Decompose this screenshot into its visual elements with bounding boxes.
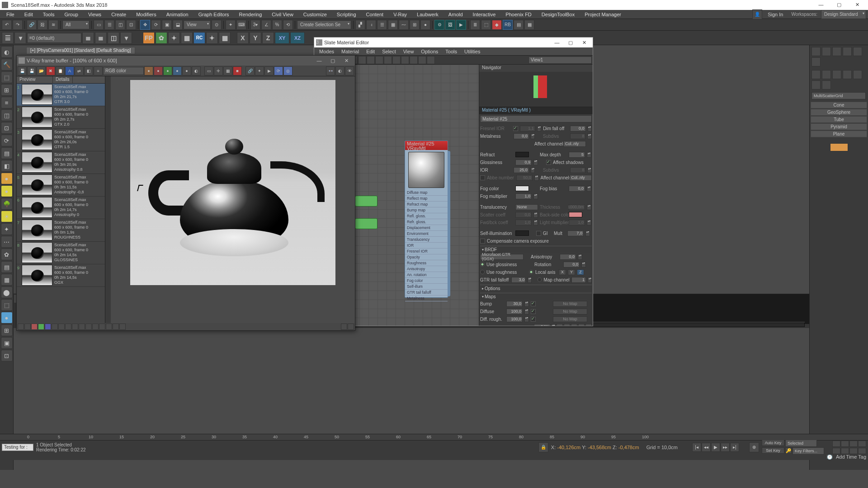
fresnel-ior-spinner[interactable]: 1,1 <box>520 126 535 131</box>
close-button[interactable]: ✕ <box>848 0 866 9</box>
display-tab[interactable] <box>853 47 862 56</box>
dimfalloff-spinner[interactable]: 0,0 <box>570 126 585 131</box>
vfb-sb-10[interactable] <box>79 324 85 330</box>
object-color-swatch[interactable] <box>830 143 848 151</box>
left-icon-20[interactable]: ⬤ <box>1 286 13 298</box>
sme-menu-utilities[interactable]: Utilities <box>461 48 483 55</box>
spinner-arrows[interactable]: ▴▾ <box>537 126 541 131</box>
node-map-1[interactable] <box>355 196 377 206</box>
keyfilters-button[interactable]: Key Filters... <box>793 447 824 455</box>
history-row[interactable]: 2Scena18Self.max600 x 600, frame 00h 2m … <box>17 106 105 129</box>
menu-file[interactable]: File <box>2 11 19 18</box>
nav-1[interactable] <box>832 441 840 447</box>
addtimetag[interactable]: Add Time Tag <box>836 454 866 460</box>
affectch-dropdown[interactable]: Col..nly <box>563 141 586 147</box>
lights-icon[interactable] <box>832 70 841 79</box>
vfb-sb-8[interactable] <box>65 324 71 330</box>
manipulate-button[interactable]: ✦ <box>226 20 236 30</box>
prim-pyramid[interactable]: Pyramid <box>811 123 867 130</box>
node-slot[interactable]: Reflect map <box>405 196 448 202</box>
bind-button[interactable]: ≋ <box>48 20 58 30</box>
sme-menu-material[interactable]: Material <box>338 48 362 55</box>
prim-cone[interactable]: Cone <box>811 102 867 108</box>
gtrtail-spinner[interactable]: 3,0 <box>511 277 526 283</box>
systems-icon[interactable] <box>822 80 831 89</box>
nav-2[interactable] <box>841 441 849 447</box>
angle-snap-button[interactable]: ∠ <box>261 20 271 30</box>
category-dropdown[interactable]: MultiScatterGrid <box>811 92 866 99</box>
usegloss-radio[interactable] <box>480 262 485 267</box>
layer-4-button[interactable]: ▾ <box>120 32 132 44</box>
diffrough-map-button[interactable]: No Map <box>553 316 587 322</box>
left-icon-11[interactable]: ● <box>1 173 13 184</box>
lock-icon[interactable]: 🔒 <box>538 442 548 452</box>
brdf-dropdown[interactable]: Microfacet GTR (GGX) <box>480 254 524 260</box>
sme-tb-11[interactable] <box>401 56 409 64</box>
axis-z[interactable]: Z <box>577 269 584 275</box>
node-slot[interactable]: Translucency <box>405 237 448 243</box>
menu-content[interactable]: Content <box>362 11 388 18</box>
vfb-g-button[interactable]: ● <box>163 66 172 75</box>
material-editor-button[interactable]: ● <box>420 20 430 30</box>
sme-tb-9[interactable] <box>384 56 392 64</box>
bump-checkbox[interactable] <box>531 301 536 306</box>
sme-tb-14[interactable] <box>427 56 435 64</box>
vfb-sb-13[interactable] <box>99 324 105 330</box>
sme-tb-6[interactable] <box>358 56 366 64</box>
menu-tools[interactable]: Tools <box>38 11 59 18</box>
affectsh-checkbox[interactable] <box>546 160 551 165</box>
hierarchy-tab[interactable] <box>832 47 841 56</box>
nav-7[interactable] <box>849 448 858 454</box>
vfb-region-button[interactable]: ▭ <box>204 66 213 75</box>
diffuse-checkbox[interactable] <box>531 309 536 314</box>
pct-b3[interactable] <box>571 324 577 326</box>
mirror-button[interactable]: ▞ <box>355 20 365 30</box>
toggle-ribbon-button[interactable]: ▦ <box>388 20 398 30</box>
tool-b-button[interactable]: ▦ <box>181 32 193 44</box>
menu-civilview[interactable]: Civil View <box>267 11 297 18</box>
space-warps-icon[interactable] <box>811 80 821 89</box>
left-icon-24[interactable]: ▣ <box>1 337 13 349</box>
sme-menu-tools[interactable]: Tools <box>442 48 460 55</box>
menu-grapheditors[interactable]: Graph Editors <box>194 11 234 18</box>
keyboard-button[interactable]: ⌨ <box>236 20 246 30</box>
axis-xz-button[interactable]: XZ <box>290 32 305 44</box>
viewport-label[interactable]: [+] [PhysCamera001] [Standard] [Default … <box>26 47 135 54</box>
plugin4-button[interactable]: ▦ <box>524 20 534 30</box>
left-icon-22[interactable]: ● <box>1 312 13 324</box>
layers-button[interactable]: ☰ <box>377 20 387 30</box>
glossiness-spinner[interactable]: 0,9 <box>515 160 532 165</box>
left-icon-6[interactable]: ◫ <box>1 109 13 121</box>
menu-animation[interactable]: Animation <box>162 11 193 18</box>
left-icon-1[interactable]: ◐ <box>1 46 13 58</box>
maximize-button[interactable]: ▢ <box>830 0 848 9</box>
prim-geosphere[interactable]: GeoSphere <box>811 109 867 116</box>
menu-designtoolbox[interactable]: DesignToolBox <box>537 11 579 18</box>
menu-rendering[interactable]: Rendering <box>235 11 267 18</box>
options-section[interactable]: Options <box>480 285 592 291</box>
vfb-eye-button[interactable]: 👁 <box>345 66 354 75</box>
history-row[interactable]: 6Scena18Self.max600 x 600, frame 00h 2m … <box>17 197 105 219</box>
geometry-icon[interactable] <box>811 70 821 79</box>
plugin2-button[interactable]: ◆ <box>492 20 502 30</box>
select-name-button[interactable]: ☰ <box>104 20 114 30</box>
scale-button[interactable]: ▣ <box>162 20 172 30</box>
maxdepth-spinner[interactable]: 5 <box>569 152 585 158</box>
vfb-ab-button[interactable]: ⇄ <box>75 66 84 75</box>
left-icon-21[interactable]: ⬚ <box>1 299 13 311</box>
material-name-input[interactable]: Material #25 <box>480 115 592 122</box>
vfb-sb-cc[interactable] <box>348 324 354 330</box>
plugin3-button[interactable]: ▤ <box>514 20 524 30</box>
vfb-r-button[interactable]: ● <box>154 66 163 75</box>
vfb-sb-3[interactable] <box>31 324 38 330</box>
left-icon-13[interactable]: 🌳 <box>1 198 13 210</box>
utilities-tab[interactable] <box>811 57 821 66</box>
placement-button[interactable]: ⬓ <box>173 20 183 30</box>
shapes-icon[interactable] <box>822 70 831 79</box>
goto-end[interactable]: ▸| <box>730 443 739 452</box>
left-icon-7[interactable]: ⊡ <box>1 122 13 134</box>
mapch-spinner[interactable]: 1 <box>571 277 586 283</box>
scene-explorer-button[interactable]: ≣ <box>470 20 480 30</box>
node-material-preview[interactable] <box>408 152 444 188</box>
left-icon-8[interactable]: ⟳ <box>1 135 13 146</box>
